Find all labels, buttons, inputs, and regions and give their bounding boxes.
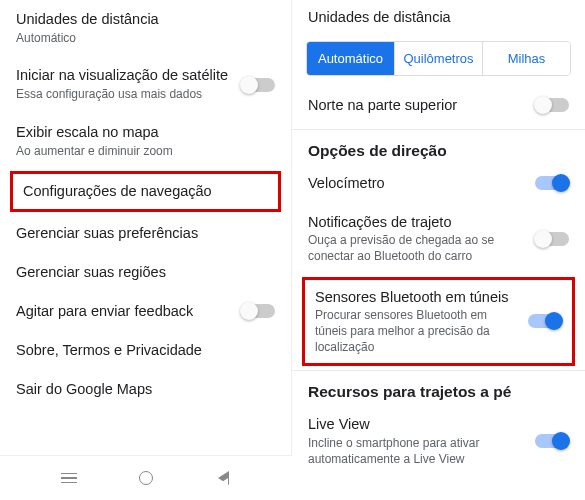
driving-options-header: Opções de direção	[292, 134, 585, 164]
bluetooth-tunnels-highlight: Sensores Bluetooth em túneis Procurar se…	[302, 277, 575, 367]
segment-option[interactable]: Quilômetros	[394, 42, 482, 75]
settings-item[interactable]: Sobre, Termos e Privacidade	[0, 331, 291, 370]
item-subtitle: Ao aumentar e diminuir zoom	[16, 144, 267, 160]
distance-units-segmented[interactable]: AutomáticoQuilômetrosMilhas	[306, 41, 571, 76]
bluetooth-tunnels-label: Sensores Bluetooth em túneis	[315, 288, 520, 307]
speedometer-label: Velocímetro	[308, 174, 527, 193]
north-up-label: Norte na parte superior	[308, 96, 527, 115]
segment-option[interactable]: Automático	[307, 42, 394, 75]
speedometer-toggle[interactable]	[535, 176, 569, 190]
item-toggle[interactable]	[241, 78, 275, 92]
item-title: Sair do Google Maps	[16, 380, 267, 399]
home-button[interactable]	[134, 466, 158, 490]
walking-resources-header: Recursos para trajetos a pé	[292, 375, 585, 405]
settings-item[interactable]: Gerenciar suas preferências	[0, 214, 291, 253]
bluetooth-tunnels-toggle[interactable]	[528, 314, 562, 328]
left-settings-panel: Unidades de distânciaAutomáticoIniciar n…	[0, 0, 292, 500]
north-up-toggle[interactable]	[535, 98, 569, 112]
item-title: Exibir escala no mapa	[16, 123, 267, 142]
settings-item[interactable]: Configurações de navegação	[19, 180, 272, 203]
settings-item[interactable]: Agitar para enviar feedback	[0, 292, 291, 331]
route-notifications-row[interactable]: Notificações de trajeto Ouça a previsão …	[292, 203, 585, 275]
north-up-row[interactable]: Norte na parte superior	[292, 86, 585, 125]
route-notifications-sub: Ouça a previsão de chegada ao se conecta…	[308, 233, 527, 264]
live-view-sub: Incline o smartphone para ativar automat…	[308, 436, 527, 467]
live-view-label: Live View	[308, 415, 527, 434]
item-subtitle: Essa configuração usa mais dados	[16, 87, 233, 103]
settings-item[interactable]: Unidades de distânciaAutomático	[0, 0, 291, 56]
bluetooth-tunnels-sub: Procurar sensores Bluetooth em túneis pa…	[315, 308, 520, 355]
route-notifications-label: Notificações de trajeto	[308, 213, 527, 232]
right-settings-panel: Unidades de distância AutomáticoQuilômet…	[292, 0, 585, 500]
route-notifications-toggle[interactable]	[535, 232, 569, 246]
recents-button[interactable]	[57, 466, 81, 490]
live-view-toggle[interactable]	[535, 434, 569, 448]
distance-units-header: Unidades de distância	[292, 0, 585, 35]
item-title: Unidades de distância	[16, 10, 267, 29]
settings-item[interactable]: Exibir escala no mapaAo aumentar e dimin…	[0, 113, 291, 169]
bluetooth-tunnels-row[interactable]: Sensores Bluetooth em túneis Procurar se…	[311, 286, 566, 358]
item-title: Configurações de navegação	[23, 182, 260, 201]
item-title: Iniciar na visualização de satélite	[16, 66, 233, 85]
settings-item[interactable]: Gerenciar suas regiões	[0, 253, 291, 292]
item-title: Gerenciar suas regiões	[16, 263, 267, 282]
item-toggle[interactable]	[241, 304, 275, 318]
segment-option[interactable]: Milhas	[482, 42, 570, 75]
android-nav-bar	[0, 455, 292, 500]
item-title: Sobre, Termos e Privacidade	[16, 341, 267, 360]
item-title: Gerenciar suas preferências	[16, 224, 267, 243]
distance-units-label: Unidades de distância	[308, 8, 451, 27]
settings-item[interactable]: Iniciar na visualização de satéliteEssa …	[0, 56, 291, 112]
live-view-row[interactable]: Live View Incline o smartphone para ativ…	[292, 405, 585, 477]
back-button[interactable]	[211, 466, 235, 490]
nav-settings-highlight: Configurações de navegação	[10, 171, 281, 212]
divider	[292, 129, 585, 130]
divider	[292, 370, 585, 371]
item-subtitle: Automático	[16, 31, 267, 47]
speedometer-row[interactable]: Velocímetro	[292, 164, 585, 203]
settings-item[interactable]: Sair do Google Maps	[0, 370, 291, 409]
item-title: Agitar para enviar feedback	[16, 302, 233, 321]
